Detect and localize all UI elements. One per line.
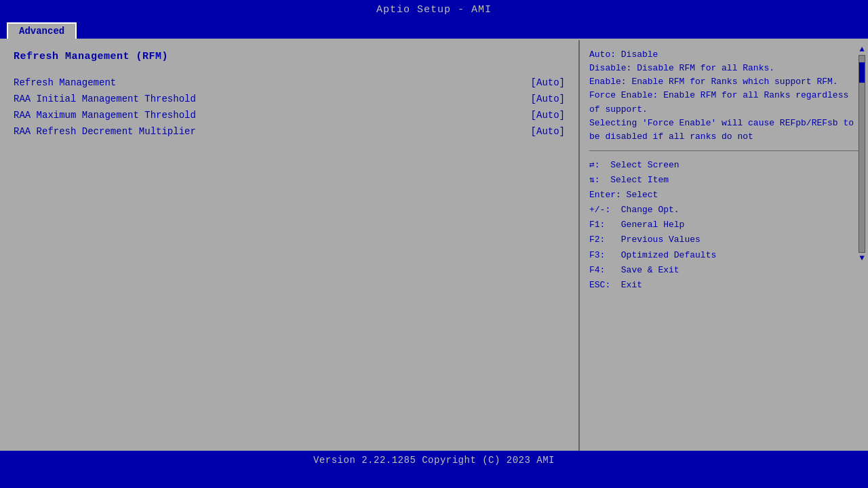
scroll-down-arrow[interactable]: ▼ — [859, 254, 864, 262]
help-text-content: Auto: DisableDisable: Disable RFM for al… — [589, 49, 854, 142]
menu-label-raa-initial: RAA Initial Management Threshold — [14, 94, 196, 104]
key-esc: ESC: Exit — [589, 278, 859, 293]
menu-label-raa-maximum: RAA Maximum Management Threshold — [14, 110, 196, 121]
key-select-item: ⇅: Select Item — [589, 173, 859, 188]
key-f3: F3: Optimized Defaults — [589, 248, 859, 263]
menu-value-refresh-management: [Auto] — [531, 77, 565, 88]
scroll-thumb — [859, 62, 865, 83]
footer: Version 2.22.1285 Copyright (C) 2023 AMI — [0, 451, 868, 471]
menu-value-raa-maximum: [Auto] — [531, 110, 565, 121]
scroll-track — [859, 55, 865, 253]
menu-label-refresh-management: Refresh Management — [14, 77, 116, 88]
key-change-opt: +/-: Change Opt. — [589, 203, 859, 218]
key-f2: F2: Previous Values — [589, 232, 859, 247]
app-header: Aptio Setup - AMI — [0, 0, 868, 20]
tab-advanced[interactable]: Advanced — [7, 22, 77, 39]
section-title: Refresh Management (RFM) — [14, 51, 565, 62]
key-select-screen: ⇄: Select Screen — [589, 158, 859, 173]
left-panel: Refresh Management (RFM) Refresh Managem… — [0, 40, 580, 451]
key-f4: F4: Save & Exit — [589, 263, 859, 278]
right-panel: ▲ ▼ Auto: DisableDisable: Disable RFM fo… — [580, 40, 868, 451]
menu-item-raa-refresh[interactable]: RAA Refresh Decrement Multiplier [Auto] — [14, 125, 565, 138]
menu-item-raa-initial[interactable]: RAA Initial Management Threshold [Auto] — [14, 92, 565, 106]
key-help: ⇄: Select Screen ⇅: Select Item Enter: S… — [589, 158, 859, 293]
main-content: Refresh Management (RFM) Refresh Managem… — [0, 39, 868, 451]
key-enter: Enter: Select — [589, 188, 859, 203]
menu-value-raa-refresh: [Auto] — [531, 126, 565, 137]
menu-label-raa-refresh: RAA Refresh Decrement Multiplier — [14, 126, 196, 137]
menu-item-refresh-management[interactable]: Refresh Management [Auto] — [14, 76, 565, 89]
menu-value-raa-initial: [Auto] — [531, 94, 565, 104]
app-title: Aptio Setup - AMI — [376, 4, 492, 16]
menu-item-raa-maximum[interactable]: RAA Maximum Management Threshold [Auto] — [14, 108, 565, 122]
scroll-up-arrow[interactable]: ▲ — [859, 45, 864, 54]
tab-bar: Advanced — [0, 20, 868, 39]
help-text: Auto: DisableDisable: Disable RFM for al… — [589, 48, 859, 151]
key-f1: F1: General Help — [589, 218, 859, 232]
footer-text: Version 2.22.1285 Copyright (C) 2023 AMI — [313, 455, 555, 466]
scrollbar[interactable]: ▲ ▼ — [857, 45, 867, 262]
